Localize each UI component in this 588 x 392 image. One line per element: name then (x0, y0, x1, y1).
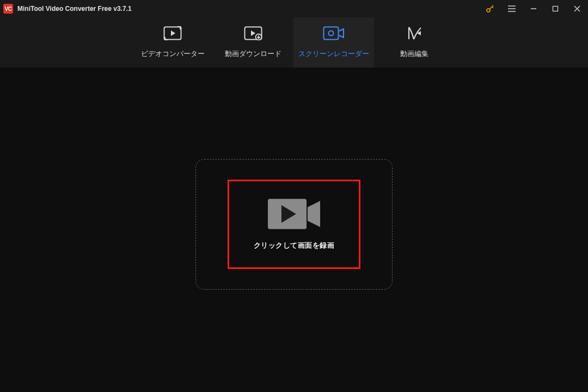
content-area: クリックして画面を録画 (0, 68, 588, 392)
maximize-button[interactable] (544, 0, 566, 17)
download-icon (244, 26, 262, 40)
recorder-icon (323, 26, 345, 40)
record-screen-button[interactable]: クリックして画面を録画 (228, 180, 360, 269)
app-title: MiniTool Video Converter Free v3.7.1 (17, 5, 132, 13)
tab-label: 動画編集 (400, 49, 428, 59)
record-cta-label: クリックして画面を録画 (254, 241, 335, 250)
tab-screen-recorder[interactable]: スクリーンレコーダー (293, 17, 374, 68)
main-tabs: ビデオコンバーター 動画ダウンロード スクリーンレコーダー (0, 17, 588, 68)
svg-marker-13 (251, 30, 255, 36)
svg-line-2 (492, 7, 493, 8)
minimize-button[interactable] (523, 0, 544, 17)
tab-label: ビデオコンバーター (141, 49, 205, 59)
tab-label: 動画ダウンロード (225, 49, 281, 59)
svg-marker-20 (308, 201, 320, 227)
camera-icon (268, 198, 320, 230)
svg-point-0 (487, 9, 490, 12)
convert-icon (163, 26, 182, 40)
record-drop-zone: クリックして画面を録画 (195, 159, 393, 290)
tab-video-editor[interactable]: 動画編集 (374, 17, 455, 68)
app-logo: VC (3, 4, 13, 14)
tab-downloader[interactable]: 動画ダウンロード (213, 17, 293, 68)
tab-video-converter[interactable]: ビデオコンバーター (132, 17, 213, 68)
editor-icon (406, 26, 422, 40)
tab-label: スクリーンレコーダー (298, 49, 369, 59)
svg-rect-16 (324, 27, 339, 40)
svg-point-17 (329, 31, 334, 36)
key-icon[interactable] (479, 0, 501, 17)
close-button[interactable] (566, 0, 588, 17)
title-bar: VC MiniTool Video Converter Free v3.7.1 (0, 0, 588, 17)
svg-rect-7 (553, 7, 558, 11)
svg-marker-11 (171, 30, 175, 36)
menu-icon[interactable] (501, 0, 523, 17)
